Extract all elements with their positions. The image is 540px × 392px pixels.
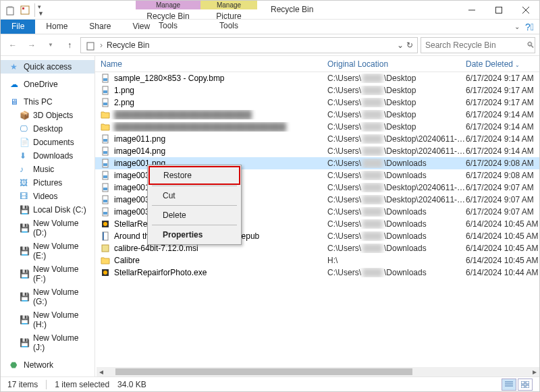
tab-picture-tools[interactable]: Picture Tools (200, 9, 257, 32)
sidebar-item[interactable]: 📦3D Objects (1, 109, 94, 122)
forward-button[interactable]: → (24, 37, 40, 53)
maximize-button[interactable] (485, 1, 512, 20)
recent-locations-button[interactable]: ▼ (43, 37, 59, 53)
search-box[interactable]: 🔍︎ (421, 37, 535, 53)
folder-icon: 💾 (20, 315, 29, 325)
file-type-icon (101, 98, 110, 107)
svg-point-34 (103, 271, 107, 275)
file-location: C:\Users\xxxxx\Downloads (327, 207, 466, 217)
file-date: 6/17/2024 9:17 AM (466, 86, 539, 95)
context-properties[interactable]: Properties (149, 227, 240, 243)
file-row[interactable]: ████████████████████████ C:\Users\xxxxx\… (95, 109, 539, 121)
sidebar-item[interactable]: 💾New Volume (D:) (1, 217, 94, 240)
svg-rect-40 (521, 385, 524, 388)
sidebar-item[interactable]: 💾New Volume (G:) (1, 285, 94, 308)
sidebar-item[interactable]: 💾New Volume (H:) (1, 308, 94, 331)
context-delete[interactable]: Delete (149, 207, 240, 223)
folder-icon: 🖵 (20, 124, 29, 134)
file-row[interactable]: sample_1280×853 - Copy.bmp C:\Users\xxxx… (95, 72, 539, 84)
svg-rect-38 (521, 381, 524, 384)
file-row[interactable]: image014.png C:\Users\xxxxx\Desktop\2024… (95, 145, 539, 157)
file-location: C:\Users\xxxxx\Downloads (327, 244, 466, 253)
minimize-button[interactable] (458, 1, 485, 20)
scroll-left-icon[interactable]: ◂ (97, 367, 106, 376)
sidebar-item[interactable]: 🖼Pictures (1, 176, 94, 190)
sidebar-network[interactable]: ⬣ Network (1, 358, 94, 372)
svg-rect-32 (102, 245, 109, 252)
sidebar-item[interactable]: ♪Music (1, 163, 94, 176)
folder-icon: 🎞 (20, 192, 29, 201)
view-details-button[interactable] (502, 379, 516, 391)
svg-rect-4 (496, 7, 502, 13)
sidebar-item[interactable]: 💾Local Disk (C:) (1, 203, 94, 217)
file-type-icon (101, 134, 110, 144)
folder-icon: 💾 (20, 223, 29, 233)
context-cut[interactable]: Cut (149, 188, 240, 204)
column-header-date[interactable]: Date Deleted ⌄ (466, 59, 539, 69)
file-row[interactable]: image011.png C:\Users\xxxxx\Desktop\2024… (95, 133, 539, 145)
file-type-icon (101, 122, 110, 132)
back-button[interactable]: ← (5, 37, 21, 53)
status-size: 34.0 KB (117, 380, 146, 389)
properties-icon[interactable] (20, 5, 30, 16)
svg-rect-39 (526, 381, 529, 384)
sidebar-item[interactable]: 🎞Videos (1, 190, 94, 203)
svg-rect-23 (103, 188, 107, 190)
svg-rect-19 (103, 163, 107, 166)
file-row[interactable]: Calibre H:\ 6/14/2024 10:45 AM (95, 254, 539, 267)
help-icon[interactable]: ?⃝ (525, 22, 534, 32)
status-item-count: 17 items (7, 380, 38, 389)
file-row[interactable]: 2.png C:\Users\xxxxx\Desktop 6/17/2024 9… (95, 96, 539, 109)
file-row[interactable]: 1.png C:\Users\xxxxx\Desktop 6/17/2024 9… (95, 84, 539, 96)
file-date: 6/14/2024 10:45 AM (466, 231, 539, 241)
context-restore[interactable]: Restore (148, 166, 240, 185)
sidebar-item[interactable]: 🖵Desktop (1, 122, 94, 136)
sidebar-this-pc[interactable]: 🖥 This PC (1, 95, 94, 109)
file-row[interactable]: StellarRepairforPhoto.exe C:\Users\xxxxx… (95, 267, 539, 279)
horizontal-scrollbar[interactable]: ◂ ▸ (97, 367, 539, 376)
ribbon: File Home Share View ⌄ ?⃝ (1, 20, 539, 34)
file-type-icon (101, 219, 110, 229)
tab-home[interactable]: Home (35, 20, 78, 34)
scroll-right-icon[interactable]: ▸ (530, 367, 539, 376)
address-bar[interactable]: › Recycle Bin ⌄ ↻ (80, 37, 418, 53)
sidebar-item[interactable]: ⬇Downloads (1, 149, 94, 163)
file-tab[interactable]: File (1, 20, 35, 34)
file-location: C:\Users\xxxxx\Downloads (327, 159, 466, 168)
expand-ribbon-icon[interactable]: ⌄ (514, 23, 520, 30)
column-header-location[interactable]: Original Location (327, 59, 466, 69)
file-date: 6/14/2024 10:45 AM (466, 219, 539, 229)
breadcrumb-current[interactable]: Recycle Bin (107, 40, 149, 50)
column-header-name[interactable]: Name (101, 59, 327, 69)
recycle-bin-crumb-icon (85, 40, 96, 51)
scrollbar-thumb[interactable] (115, 368, 412, 375)
crumb-chevron-icon[interactable]: › (100, 40, 103, 50)
sidebar-item[interactable]: 💾New Volume (F:) (1, 262, 94, 285)
close-button[interactable] (512, 1, 539, 20)
view-thumbnails-button[interactable] (518, 379, 533, 391)
file-date: 6/17/2024 9:17 AM (466, 74, 539, 83)
tab-recycle-bin-tools[interactable]: Recycle Bin Tools (136, 9, 200, 32)
file-date: 6/17/2024 9:14 AM (466, 146, 539, 156)
file-row[interactable]: ██████████████████████████████ C:\Users\… (95, 121, 539, 133)
folder-icon: 💾 (20, 246, 29, 256)
address-dropdown-icon[interactable]: ⌄ (397, 40, 404, 50)
context-separator (152, 186, 237, 186)
main-area: ★ Quick access ☁ OneDrive 🖥 This PC 📦3D … (1, 56, 539, 380)
contextual-group-picture: Manage Picture Tools (200, 1, 257, 32)
search-icon[interactable]: 🔍︎ (526, 40, 535, 50)
sidebar-item[interactable]: 💾New Volume (J:) (1, 331, 94, 354)
refresh-icon[interactable]: ↻ (406, 40, 413, 50)
folder-icon: 💾 (20, 338, 29, 347)
tab-share[interactable]: Share (78, 20, 122, 34)
sidebar-item[interactable]: 💾New Volume (E:) (1, 240, 94, 262)
qat-dropdown-icon[interactable]: ▾▼ (34, 3, 44, 17)
search-input[interactable] (425, 40, 526, 50)
up-button[interactable]: ↑ (61, 37, 78, 53)
sidebar-quick-access[interactable]: ★ Quick access (1, 60, 94, 74)
sidebar-item[interactable]: 📄Documents (1, 136, 94, 149)
contextual-tab-groups: Manage Recycle Bin Tools Manage Picture … (136, 1, 257, 32)
sidebar-onedrive[interactable]: ☁ OneDrive (1, 78, 94, 91)
file-date: 6/17/2024 9:08 AM (466, 159, 539, 168)
file-type-icon (101, 110, 110, 119)
